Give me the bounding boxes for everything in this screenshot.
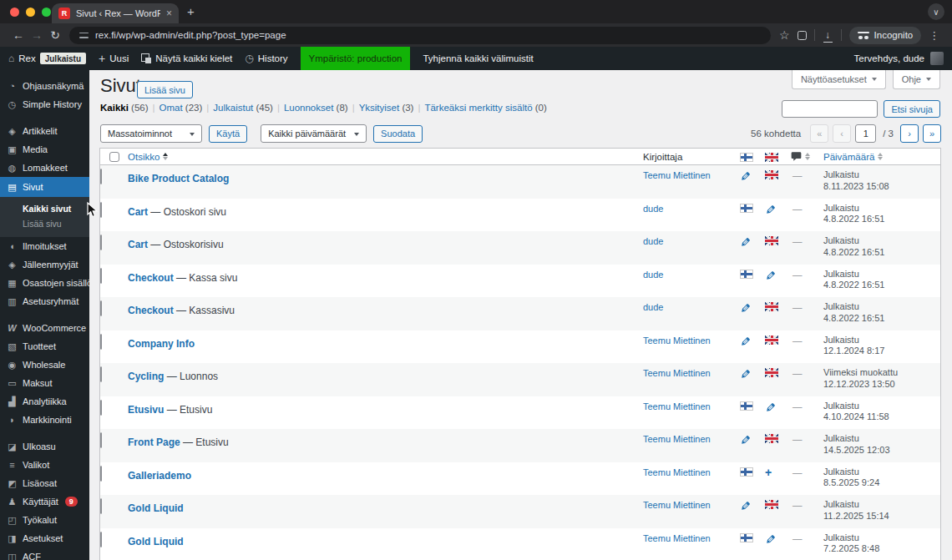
- english-language-cell[interactable]: [765, 495, 787, 515]
- apply-button[interactable]: Käytä: [209, 125, 247, 143]
- english-language-cell[interactable]: [765, 265, 787, 285]
- sidebar-item-osastojen-sis-ll-t[interactable]: ▦Osastojen sisällöt: [0, 274, 89, 292]
- admin-bar-account[interactable]: Tervehdys, dude: [854, 52, 944, 65]
- row-checkbox[interactable]: [100, 169, 102, 184]
- row-checkbox[interactable]: [100, 334, 102, 350]
- sidebar-item-analytiikka[interactable]: ▟Analytiikka: [0, 392, 89, 411]
- author-link[interactable]: Teemu Miettinen: [643, 528, 740, 543]
- edit-translation-icon[interactable]: [740, 170, 752, 185]
- column-title-header[interactable]: Otsikko: [128, 152, 643, 162]
- bulk-actions-select[interactable]: Massatoiminnot: [100, 124, 202, 143]
- author-link[interactable]: Teemu Miettinen: [643, 495, 740, 510]
- page-title-link[interactable]: Gold Liquid: [128, 502, 184, 514]
- sidebar-item-asetukset[interactable]: ◨Asetukset: [0, 529, 89, 547]
- sidebar-item-wholesale[interactable]: ◉Wholesale: [0, 356, 89, 374]
- english-language-cell[interactable]: [765, 165, 787, 185]
- filter-link-kaikki[interactable]: Kaikki (56): [100, 103, 149, 113]
- screen-options-button[interactable]: Näyttöasetukset: [792, 70, 886, 89]
- row-checkbox[interactable]: [100, 400, 102, 416]
- filter-link-julkaistut[interactable]: Julkaistut (45): [213, 103, 273, 113]
- current-page-input[interactable]: [855, 124, 876, 143]
- sidebar-item-k-ytt-j-t[interactable]: ♟Käyttäjät9: [0, 492, 89, 511]
- sidebar-item-markkinointi[interactable]: ◗Markkinointi: [0, 411, 89, 429]
- english-language-cell[interactable]: [765, 396, 787, 416]
- row-checkbox[interactable]: [100, 366, 102, 382]
- new-tab-button[interactable]: +: [187, 4, 195, 18]
- english-language-cell[interactable]: [765, 363, 787, 383]
- sidebar-item-ulkoasu[interactable]: ◪Ulkoasu: [0, 437, 89, 456]
- edit-translation-icon[interactable]: [765, 204, 777, 219]
- browser-tab[interactable]: R Sivut ‹ Rex — WordPress ×: [52, 3, 179, 23]
- finnish-language-cell[interactable]: [740, 231, 765, 251]
- extensions-icon[interactable]: [798, 31, 807, 40]
- sidebar-item-maksut[interactable]: ▭Maksut: [0, 374, 89, 392]
- site-settings-icon[interactable]: [79, 32, 89, 39]
- tab-search-chevron-icon[interactable]: ∨: [928, 3, 944, 20]
- reload-icon[interactable]: ↻: [46, 28, 64, 42]
- page-title-link[interactable]: Etusivu: [128, 404, 164, 416]
- author-link[interactable]: Teemu Miettinen: [643, 396, 740, 411]
- page-title-link[interactable]: Cart: [128, 206, 148, 218]
- row-checkbox[interactable]: [100, 235, 102, 250]
- page-title-link[interactable]: Cart: [128, 239, 148, 250]
- next-page-button[interactable]: ›: [900, 124, 919, 143]
- window-minimize-button[interactable]: [26, 8, 35, 17]
- column-comments-header[interactable]: [787, 151, 823, 162]
- sidebar-item-j-lleenmyyj-t[interactable]: ◈Jälleenmyyjät: [0, 255, 89, 274]
- finnish-language-cell[interactable]: [740, 363, 765, 383]
- author-link[interactable]: Teemu Miettinen: [643, 330, 740, 346]
- sidebar-item-sivut[interactable]: ▤Sivut: [0, 177, 89, 197]
- finnish-language-cell[interactable]: [740, 528, 765, 548]
- sidebar-item-lis-osat[interactable]: ◩Lisäosat: [0, 474, 89, 492]
- admin-bar-new[interactable]: + Uusi: [99, 52, 129, 65]
- row-checkbox[interactable]: [100, 268, 102, 284]
- english-language-cell[interactable]: [765, 231, 787, 251]
- tab-close-icon[interactable]: ×: [166, 8, 172, 19]
- edit-translation-icon[interactable]: [740, 236, 752, 251]
- finnish-language-cell[interactable]: [740, 265, 765, 285]
- english-language-cell[interactable]: [765, 199, 787, 219]
- sidebar-subitem-lis-sivu[interactable]: Lisää sivu: [0, 216, 89, 231]
- forward-icon[interactable]: →: [28, 28, 46, 42]
- sidebar-item-artikkelit[interactable]: ◈Artikkelit: [0, 122, 89, 140]
- finnish-language-cell[interactable]: [740, 165, 765, 185]
- finnish-language-cell[interactable]: [740, 429, 765, 449]
- finnish-language-cell[interactable]: [740, 199, 765, 219]
- filter-link-omat[interactable]: Omat (23): [160, 103, 203, 113]
- page-title-link[interactable]: Company Info: [128, 338, 195, 350]
- sidebar-item-valikot[interactable]: ≡Valikot: [0, 456, 89, 474]
- english-language-cell[interactable]: [765, 330, 787, 351]
- sidebar-item-lomakkeet[interactable]: ◍Lomakkeet: [0, 159, 89, 177]
- author-link[interactable]: Teemu Miettinen: [643, 165, 740, 180]
- sidebar-item-ohjausn-kym-[interactable]: ◔Ohjausnäkymä: [0, 77, 89, 95]
- row-checkbox[interactable]: [100, 300, 102, 316]
- sidebar-item-simple-history[interactable]: ◷Simple History: [0, 95, 89, 114]
- author-link[interactable]: dude: [643, 199, 740, 214]
- last-page-button[interactable]: »: [923, 124, 941, 143]
- row-checkbox[interactable]: [100, 202, 102, 218]
- finnish-language-cell[interactable]: [740, 495, 765, 515]
- back-icon[interactable]: ←: [9, 28, 28, 42]
- filter-link-t-rke-ksi-merkitty-sis-lt-[interactable]: Tärkeäksi merkitty sisältö (0): [424, 103, 546, 113]
- finnish-language-cell[interactable]: [740, 297, 765, 317]
- row-checkbox[interactable]: [100, 432, 102, 448]
- window-maximize-button[interactable]: [42, 8, 51, 17]
- edit-translation-icon[interactable]: [740, 335, 752, 351]
- finnish-language-cell[interactable]: [740, 462, 765, 482]
- sidebar-item-media[interactable]: ▣Media: [0, 140, 89, 159]
- author-link[interactable]: Teemu Miettinen: [643, 363, 740, 378]
- filter-button[interactable]: Suodata: [373, 125, 423, 143]
- english-language-cell[interactable]: [765, 528, 787, 548]
- page-title-link[interactable]: Checkout: [128, 272, 174, 284]
- sidebar-item-asetusryhm-t[interactable]: ▥Asetusryhmät: [0, 292, 89, 310]
- admin-bar-site[interactable]: ⌂ Rex Julkaistu: [8, 53, 86, 64]
- row-checkbox[interactable]: [100, 498, 102, 514]
- sidebar-item-tuotteet[interactable]: ▧Tuotteet: [0, 337, 89, 356]
- address-bar[interactable]: rex.fi/wp/wp-admin/edit.php?post_type=pa…: [69, 27, 771, 44]
- bookmark-star-icon[interactable]: ☆: [779, 28, 790, 42]
- admin-bar-languages[interactable]: Näytä kaikki kielet: [141, 53, 232, 63]
- downloads-icon[interactable]: ↓: [823, 29, 833, 41]
- sidebar-item-ilmoitukset[interactable]: ◖Ilmoitukset: [0, 237, 89, 255]
- english-language-cell[interactable]: +: [765, 462, 787, 482]
- page-title-link[interactable]: Bike Product Catalog: [128, 173, 229, 184]
